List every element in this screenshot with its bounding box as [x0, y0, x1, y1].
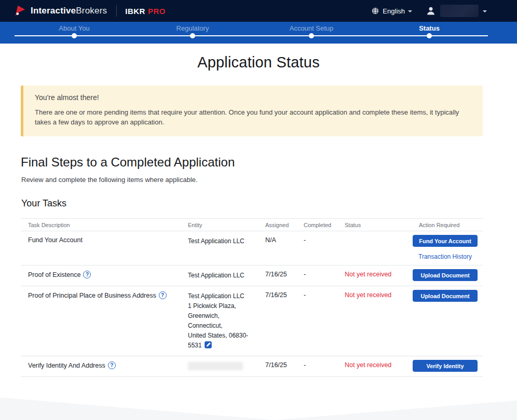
- upload-document-button[interactable]: Upload Document: [413, 290, 478, 302]
- table-row: Verify Identity And Address ? 7/16/25 - …: [21, 356, 483, 377]
- globe-icon: [371, 7, 379, 15]
- language-selector[interactable]: English: [371, 7, 412, 15]
- entity-cell: Test Application LLC 1 Pickwick Plaza, G…: [181, 286, 258, 356]
- table-row: Proof of Principal Place of Business Add…: [21, 286, 483, 356]
- status-cell: Not yet received: [337, 286, 412, 356]
- interactive-brokers-logo-icon: [13, 4, 26, 18]
- entity-cell: Test Application LLC: [181, 265, 258, 286]
- language-label: English: [383, 7, 405, 15]
- step-dot: [309, 33, 314, 38]
- section-subtitle: Review and complete the following items …: [21, 176, 517, 184]
- step-status[interactable]: Status: [388, 22, 471, 32]
- completed-cell: -: [296, 231, 337, 265]
- col-action-required: Action Required: [412, 219, 483, 231]
- task-name-cell: Verify Identity And Address ?: [21, 356, 181, 376]
- table-row: Proof of Existence ? Test Application LL…: [21, 265, 483, 286]
- bottom-decoration: [0, 384, 517, 420]
- completed-cell: -: [296, 265, 337, 286]
- assigned-cell: 7/16/25: [258, 286, 296, 356]
- page-title: Application Status: [0, 54, 517, 71]
- alert-title: You're almost there!: [35, 93, 471, 102]
- status-cell: Not yet received: [337, 265, 412, 286]
- completed-cell: -: [296, 286, 337, 356]
- step-about-you[interactable]: About You: [33, 22, 116, 32]
- help-icon[interactable]: ?: [108, 361, 116, 369]
- header-divider: [116, 5, 117, 17]
- top-header: InteractiveBrokers IBKRPRO English: [0, 0, 517, 22]
- step-regulatory[interactable]: Regulatory: [151, 22, 234, 32]
- status-cell: Not yet received: [337, 356, 412, 376]
- col-assigned: Assigned: [258, 219, 296, 231]
- step-account-setup[interactable]: Account Setup: [270, 22, 353, 32]
- status-cell: [337, 231, 412, 265]
- verify-identity-button[interactable]: Verify Identity: [413, 360, 478, 372]
- tasks-table: Task Description Entity Assigned Complet…: [21, 218, 483, 377]
- chevron-down-icon: [408, 10, 412, 12]
- step-dot: [190, 33, 195, 38]
- progress-line: [15, 35, 488, 36]
- brand-text: InteractiveBrokers: [31, 6, 107, 16]
- task-name-cell: Fund Your Account: [21, 231, 181, 265]
- product-label: IBKRPRO: [125, 7, 166, 16]
- chevron-down-icon: [483, 10, 487, 12]
- entity-cell: Test Application LLC: [181, 231, 258, 265]
- company-logo[interactable]: InteractiveBrokers: [13, 4, 107, 18]
- fund-your-account-button[interactable]: Fund Your Account: [413, 235, 478, 247]
- col-entity: Entity: [181, 219, 258, 231]
- assigned-cell: 7/16/25: [258, 265, 296, 286]
- step-dot: [427, 33, 432, 38]
- pending-items-alert: You're almost there! There are one or mo…: [21, 86, 483, 136]
- edit-address-icon[interactable]: [204, 341, 212, 349]
- task-name-cell: Proof of Existence ?: [21, 265, 181, 286]
- user-menu[interactable]: [426, 5, 487, 17]
- help-icon[interactable]: ?: [83, 271, 91, 278]
- completed-cell: -: [296, 356, 337, 376]
- help-icon[interactable]: ?: [159, 291, 167, 299]
- col-task-description: Task Description: [21, 219, 181, 231]
- tasks-title: Your Tasks: [21, 198, 517, 209]
- table-header-row: Task Description Entity Assigned Complet…: [21, 218, 483, 231]
- step-dot: [72, 33, 77, 38]
- table-row: Fund Your Account Test Application LLC N…: [21, 231, 483, 265]
- col-completed: Completed: [296, 219, 337, 231]
- alert-body: There are one or more pending items that…: [35, 107, 471, 127]
- user-icon: [426, 6, 436, 16]
- application-progress-bar: About You Regulatory Account Setup Statu…: [0, 22, 517, 44]
- assigned-cell: N/A: [258, 231, 296, 265]
- col-status: Status: [337, 219, 412, 231]
- task-name-cell: Proof of Principal Place of Business Add…: [21, 286, 181, 356]
- transaction-history-link[interactable]: Transaction History: [418, 253, 472, 260]
- entity-redacted: [188, 362, 243, 370]
- section-title: Final Steps to a Completed Application: [21, 155, 517, 170]
- entity-cell: [181, 356, 258, 376]
- upload-document-button[interactable]: Upload Document: [413, 269, 478, 281]
- assigned-cell: 7/16/25: [258, 356, 296, 376]
- username-redacted: [440, 5, 479, 17]
